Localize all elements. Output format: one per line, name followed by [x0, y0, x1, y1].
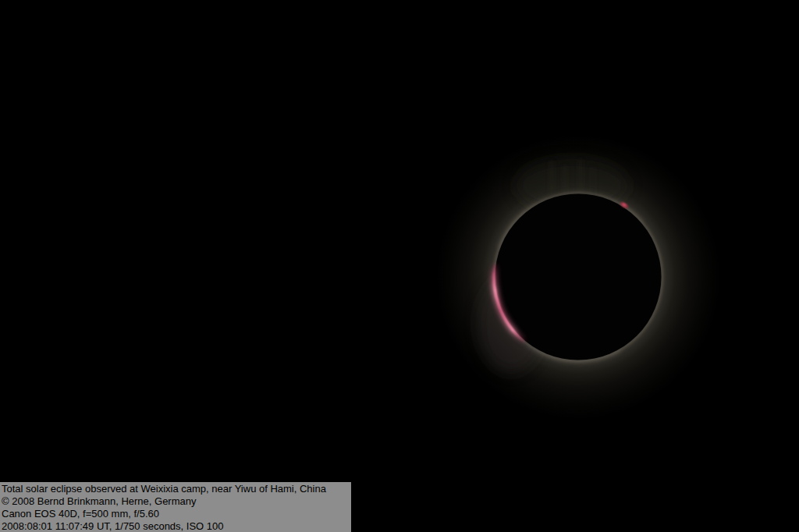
caption-camera: Canon EOS 40D, f=500 mm, f/5.60 — [2, 508, 351, 520]
caption-location: Total solar eclipse observed at Weixixia… — [2, 483, 351, 495]
eclipse-photo: Total solar eclipse observed at Weixixia… — [0, 0, 799, 532]
caption-copyright: © 2008 Bernd Brinkmann, Herne, Germany — [2, 495, 351, 508]
eclipse-graphic — [0, 0, 799, 532]
caption-overlay: Total solar eclipse observed at Weixixia… — [0, 482, 351, 532]
caption-exposure: 2008:08:01 11:07:49 UT, 1/750 seconds, I… — [2, 520, 351, 532]
